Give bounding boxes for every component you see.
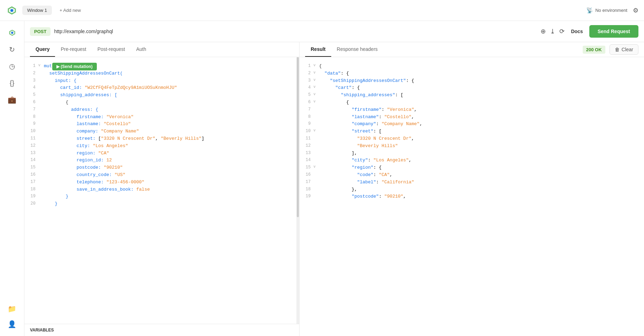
sidebar-item-user[interactable]: 👤 — [5, 316, 20, 332]
code-line: 20 } — [24, 200, 299, 208]
send-mutation-button[interactable]: ▶ (Send mutation) — [52, 63, 97, 70]
result-line: 1 v { — [300, 63, 644, 70]
code-line: 6 { — [24, 99, 299, 106]
result-line: 7 "firstname": "Veronica", — [300, 106, 644, 114]
result-line: 6 v { — [300, 99, 644, 106]
urlbar: POST ⊕ ⤓ ⟳ Docs Send Request — [24, 21, 644, 42]
http-method: POST — [30, 27, 51, 36]
topbar: Window 1 + Add new 📡 No environment ⚙ — [0, 0, 644, 21]
code-line: 13 region: "CA" — [24, 150, 299, 157]
result-line: 18 }, — [300, 186, 644, 193]
sidebar-item-refresh[interactable]: ↻ — [5, 42, 20, 57]
sidebar-item-briefcase[interactable]: 💼 — [5, 92, 20, 107]
tab-pre-request[interactable]: Pre-request — [55, 42, 92, 57]
result-line: 19 "postcode": "90210", — [300, 193, 644, 200]
result-line: 9 "company": "Company Name", — [300, 121, 644, 128]
code-line: 17 telephone: "123-456-0000" — [24, 179, 299, 186]
result-editor[interactable]: 1 v { 2 v "data": { 3 — [300, 57, 644, 336]
code-line: 5 shipping_addresses: [ — [24, 92, 299, 99]
code-line: 18 save_in_address_book: false — [24, 186, 299, 193]
send-request-button[interactable]: Send Request — [589, 25, 638, 38]
sidebar-item-logo[interactable] — [5, 25, 20, 40]
code-line: 19 } — [24, 193, 299, 200]
query-tabs: Query Pre-request Post-request Auth — [24, 42, 299, 57]
code-line: 15 postcode: "90210" — [24, 164, 299, 171]
docs-button[interactable]: Docs — [569, 26, 585, 36]
sidebar-item-history[interactable]: ◷ — [5, 59, 20, 74]
settings-icon[interactable]: ⚙ — [633, 7, 638, 14]
code-line: 16 country_code: "US" — [24, 171, 299, 179]
add-icon[interactable]: ⊕ — [541, 28, 546, 35]
app-logo — [6, 4, 18, 17]
sidebar: ↻ ◷ {} 💼 📁 👤 — [0, 21, 24, 336]
tab-response-headers[interactable]: Response headers — [331, 42, 383, 57]
tab-post-request[interactable]: Post-request — [92, 42, 131, 57]
clear-button[interactable]: 🗑 Clear — [610, 44, 638, 55]
code-line: 10 company: "Company Name" — [24, 128, 299, 135]
code-line: 3 input: { — [24, 77, 299, 85]
scrollbar-thumb[interactable] — [297, 57, 299, 217]
content-area: POST ⊕ ⤓ ⟳ Docs Send Request Query Pre-r… — [24, 21, 644, 336]
svg-point-5 — [11, 32, 13, 34]
result-line: 4 v "cart": { — [300, 84, 644, 92]
result-line: 11 "3320 N Crescent Dr", — [300, 135, 644, 143]
add-new-button[interactable]: + Add new — [56, 6, 84, 15]
svg-point-2 — [10, 9, 13, 12]
code-line: 4 cart_id: "W2CfFQ4FeTpZdQcy9A1miUOSuKnm… — [24, 84, 299, 92]
result-code: 1 v { 2 v "data": { 3 — [300, 60, 644, 203]
trash-icon: 🗑 — [615, 47, 620, 52]
variables-section: VARIABLES — [24, 324, 299, 336]
scrollbar-track[interactable] — [296, 57, 299, 324]
urlbar-actions: ⊕ ⤓ ⟳ Docs Send Request — [541, 25, 638, 38]
code-line: 11 street: ["3320 N Crescent Dr", "Bever… — [24, 135, 299, 143]
result-header-right: 200 OK 🗑 Clear — [583, 44, 638, 55]
topbar-right: 📡 No environment ⚙ — [586, 7, 638, 14]
left-panel: Query Pre-request Post-request Auth ▶ (S… — [24, 42, 300, 336]
no-wifi-icon: 📡 — [586, 7, 593, 14]
result-line: 5 v "shipping_addresses": [ — [300, 92, 644, 99]
result-line: 17 "label": "California" — [300, 179, 644, 186]
tab-result[interactable]: Result — [305, 42, 331, 57]
url-input[interactable] — [54, 29, 537, 34]
tab-auth[interactable]: Auth — [131, 42, 152, 57]
tab-query[interactable]: Query — [30, 42, 55, 57]
download-icon[interactable]: ⤓ — [550, 28, 555, 35]
sidebar-item-folder[interactable]: 📁 — [5, 301, 20, 316]
result-line: 16 "code": "CA", — [300, 171, 644, 179]
window-tab[interactable]: Window 1 — [22, 6, 52, 15]
result-line: 3 v "setShippingAddressesOnCart": { — [300, 77, 644, 85]
main-layout: ↻ ◷ {} 💼 📁 👤 POST ⊕ ⤓ ⟳ Docs Send Reques… — [0, 21, 644, 336]
sidebar-bottom: 📁 👤 — [5, 301, 20, 332]
query-editor[interactable]: ▶ (Send mutation) 1 v mutation { 2 s — [24, 57, 299, 324]
right-panel: Result Response headers 200 OK 🗑 Clear — [300, 42, 644, 336]
no-environment[interactable]: 📡 No environment — [586, 7, 627, 14]
refresh-icon[interactable]: ⟳ — [559, 28, 565, 35]
result-header: Result Response headers 200 OK 🗑 Clear — [300, 42, 644, 57]
panels: Query Pre-request Post-request Auth ▶ (S… — [24, 42, 644, 336]
result-line: 8 "lastname": "Costello", — [300, 114, 644, 121]
code-line: 12 city: "Los Angeles" — [24, 143, 299, 150]
code-line: 14 region_id: 12 — [24, 157, 299, 164]
code-line: 7 address: { — [24, 106, 299, 114]
code-line: 2 setShippingAddressesOnCart( — [24, 70, 299, 77]
result-line: 12 "Beverly Hills" — [300, 143, 644, 150]
sidebar-item-braces[interactable]: {} — [5, 75, 20, 91]
result-line: 10 v "street": [ — [300, 128, 644, 135]
code-line: 9 lastname: "Costello" — [24, 121, 299, 128]
code-editor: 1 v mutation { 2 setShippingAddressesOnC… — [24, 60, 299, 211]
result-line: 15 v "region": { — [300, 164, 644, 171]
code-line: 8 firstname: "Veronica" — [24, 114, 299, 121]
status-badge: 200 OK — [583, 46, 605, 54]
result-line: 13 ], — [300, 150, 644, 157]
result-line: 2 v "data": { — [300, 70, 644, 77]
result-line: 14 "city": "Los Angeles", — [300, 157, 644, 164]
